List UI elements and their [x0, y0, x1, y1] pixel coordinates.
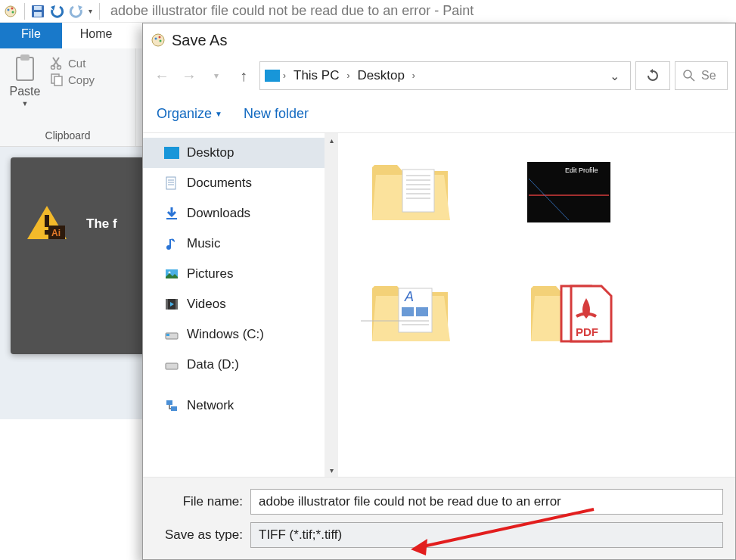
breadcrumb-arrow-icon[interactable]: ›: [411, 70, 417, 81]
tree-scrollbar[interactable]: ▴ ▾: [325, 133, 338, 477]
tree-item-videos[interactable]: Videos: [143, 289, 325, 319]
pc-chip-icon: [265, 70, 280, 82]
redo-icon[interactable]: [67, 2, 87, 21]
folder-item[interactable]: [361, 148, 459, 232]
paint-app-icon: [4, 5, 17, 18]
organize-button[interactable]: Organize ▼: [157, 106, 222, 122]
tree-item-network[interactable]: Network: [143, 390, 325, 421]
tree-item-downloads[interactable]: Downloads: [143, 198, 325, 229]
undo-icon[interactable]: [48, 2, 67, 21]
save-as-dialog: Save As ← → ▾ ↑ › This PC › Desktop › ⌄ …: [142, 23, 736, 560]
svg-rect-35: [166, 334, 169, 336]
tree-item-pictures[interactable]: Pictures: [143, 259, 325, 289]
folder-item-edit-profile[interactable]: Edit Profile: [520, 148, 618, 232]
up-button[interactable]: ↑: [232, 62, 255, 89]
breadcrumb-desktop[interactable]: Desktop: [352, 68, 408, 83]
cut-button[interactable]: Cut: [50, 56, 95, 70]
tab-file[interactable]: File: [0, 23, 62, 48]
scroll-down-icon[interactable]: ▾: [325, 463, 338, 477]
music-icon: [164, 236, 179, 251]
cut-label: Cut: [68, 57, 85, 70]
scroll-up-icon[interactable]: ▴: [325, 133, 338, 147]
svg-point-18: [155, 38, 157, 40]
svg-rect-5: [34, 6, 42, 10]
back-button[interactable]: ←: [151, 62, 173, 89]
tree-item-drive-c[interactable]: Windows (C:): [143, 319, 325, 350]
filetype-combo[interactable]: TIFF (*.tif;*.tiff): [250, 522, 723, 548]
svg-point-2: [11, 7, 14, 9]
folder-label: Edit Profile: [565, 166, 598, 174]
svg-rect-12: [54, 76, 62, 86]
chevron-down-icon: ▼: [215, 110, 222, 118]
svg-rect-52: [416, 307, 428, 316]
svg-rect-33: [175, 299, 178, 310]
separator: [99, 3, 100, 20]
paste-label: Paste: [10, 85, 41, 98]
drive-icon: [164, 357, 179, 372]
filename-input[interactable]: [250, 489, 723, 515]
dialog-titlebar: Save As: [143, 23, 735, 57]
dialog-body: Desktop Documents Downloads Music Pictur…: [143, 132, 735, 477]
svg-rect-7: [17, 58, 33, 80]
folder-item[interactable]: A: [361, 269, 459, 353]
videos-icon: [164, 297, 179, 312]
tree-item-documents[interactable]: Documents: [143, 168, 325, 198]
downloads-icon: [164, 206, 179, 221]
clipboard-group-label: Clipboard: [6, 129, 129, 145]
thumbnail-text: The f: [86, 216, 117, 232]
folder-tree: Desktop Documents Downloads Music Pictur…: [143, 133, 325, 477]
svg-point-9: [51, 66, 55, 70]
svg-rect-38: [171, 406, 177, 411]
canvas-thumbnail: Ai The f: [11, 157, 147, 354]
breadcrumb-thispc[interactable]: This PC: [289, 68, 343, 83]
new-folder-button[interactable]: New folder: [244, 106, 309, 122]
file-list[interactable]: Edit Profile A PDF: [338, 133, 735, 477]
dialog-title: Save As: [172, 32, 227, 49]
breadcrumb-arrow-icon[interactable]: ›: [345, 70, 351, 81]
chevron-down-icon: ▼: [22, 100, 29, 107]
folder-item-pdf[interactable]: PDF: [520, 269, 618, 353]
copy-label: Copy: [68, 73, 95, 86]
svg-point-0: [5, 6, 16, 17]
refresh-button[interactable]: [635, 61, 670, 90]
copy-button[interactable]: Copy: [50, 73, 95, 86]
recent-dropdown[interactable]: ▾: [205, 62, 228, 89]
separator: [24, 3, 25, 20]
svg-rect-6: [34, 12, 42, 17]
forward-button[interactable]: →: [178, 62, 200, 89]
tab-home[interactable]: Home: [62, 23, 131, 48]
svg-point-20: [160, 40, 162, 42]
quick-access-toolbar: ▾ adobe illustrator file could not be re…: [0, 0, 736, 23]
tree-item-music[interactable]: Music: [143, 229, 325, 259]
paste-button[interactable]: Paste ▼: [6, 53, 44, 107]
svg-rect-23: [166, 177, 175, 189]
network-icon: [164, 398, 179, 413]
svg-rect-32: [166, 299, 168, 310]
filename-label: File name:: [155, 494, 243, 509]
svg-text:PDF: PDF: [576, 325, 598, 338]
svg-point-28: [166, 245, 171, 250]
tree-item-drive-d[interactable]: Data (D:): [143, 350, 325, 380]
svg-text:A: A: [404, 289, 414, 304]
breadcrumb-arrow-icon[interactable]: ›: [281, 70, 287, 81]
svg-point-21: [684, 70, 691, 78]
svg-rect-16: [45, 230, 49, 235]
desktop-icon: [164, 147, 179, 159]
search-box[interactable]: Se: [675, 61, 728, 90]
svg-point-3: [12, 11, 14, 13]
tree-item-desktop[interactable]: Desktop: [143, 138, 325, 168]
address-bar[interactable]: › This PC › Desktop › ⌄: [259, 61, 631, 90]
svg-line-22: [691, 77, 694, 81]
save-icon[interactable]: [28, 2, 48, 21]
qat-dropdown-icon[interactable]: ▾: [87, 7, 96, 15]
svg-rect-51: [402, 307, 414, 316]
address-dropdown-icon[interactable]: ⌄: [604, 69, 626, 83]
paint-app-icon: [151, 33, 166, 48]
warning-icon: Ai: [24, 203, 70, 244]
svg-point-10: [57, 66, 61, 70]
filetype-label: Save as type:: [155, 527, 243, 543]
dialog-bottom: File name: Save as type: TIFF (*.tif;*.t…: [143, 477, 735, 559]
svg-rect-37: [166, 400, 172, 405]
svg-rect-8: [20, 54, 30, 61]
svg-point-19: [159, 36, 161, 39]
